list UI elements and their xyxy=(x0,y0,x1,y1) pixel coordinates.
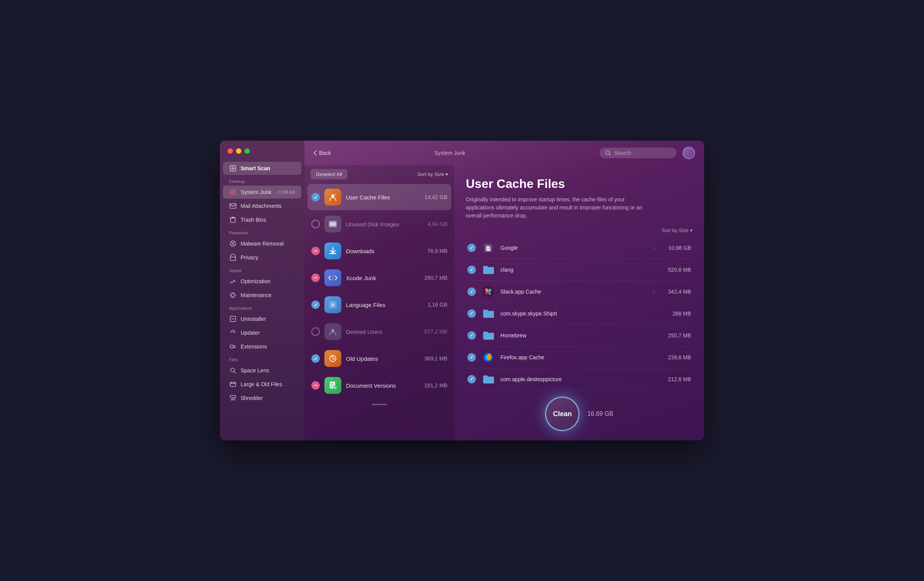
deselect-all-button[interactable]: Deselect All xyxy=(311,169,347,179)
disk-icon xyxy=(324,216,341,232)
optimization-label: Optimization xyxy=(241,278,271,284)
detail-item-size: 268 MB xyxy=(660,310,691,317)
minimize-button[interactable] xyxy=(236,148,241,154)
sidebar-item-maintenance[interactable]: Maintenance xyxy=(223,289,301,302)
detail-item-name: com.skype.skype.ShipIt xyxy=(500,310,655,317)
detail-item[interactable]: ✓ 📄 Google › 10,98 GB xyxy=(466,237,693,259)
detail-check-icon: ✓ xyxy=(467,287,476,296)
detail-item-size: 239,6 MB xyxy=(660,354,691,360)
list-item[interactable]: − Document Versions 181,2 MB xyxy=(307,372,451,398)
list-item-name: Deleted Users xyxy=(346,329,420,335)
smart-scan-label: Smart Scan xyxy=(241,165,270,171)
total-size: 16,69 GB xyxy=(587,410,613,417)
close-button[interactable] xyxy=(228,148,233,154)
detail-sort-button[interactable]: Sort by Size ▾ xyxy=(466,227,693,233)
list-items-container: ✓ User Cache Files 14,42 GB xyxy=(304,184,454,440)
clean-button[interactable]: Clean xyxy=(545,397,580,431)
updater-label: Updater xyxy=(241,330,260,336)
detail-item[interactable]: ✓ clang 520,8 MB xyxy=(466,259,693,281)
large-files-icon xyxy=(229,380,237,388)
detail-item-size: 10,98 GB xyxy=(660,245,691,251)
shredder-icon xyxy=(229,394,237,402)
updates-icon xyxy=(324,350,341,367)
optimization-icon xyxy=(229,277,237,285)
bottom-bar: Clean 16,69 GB xyxy=(466,390,693,440)
list-sort-button[interactable]: Sort by Size ▾ xyxy=(417,171,448,177)
updater-icon xyxy=(229,329,237,337)
list-item-name: Unused Disk Images xyxy=(346,221,423,227)
detail-item[interactable]: ✓ Firefox.app Cache 239,6 MB xyxy=(466,347,693,369)
privacy-icon xyxy=(229,254,237,261)
sidebar-item-uninstaller[interactable]: Uninstaller xyxy=(223,312,301,325)
svg-rect-2 xyxy=(230,204,236,208)
detail-check-icon: ✓ xyxy=(467,353,476,362)
list-item[interactable]: Unused Disk Images 4,84 GB xyxy=(307,211,451,237)
sidebar-item-optimization[interactable]: Optimization xyxy=(223,275,301,288)
list-item-size: 369,1 MB xyxy=(424,355,447,362)
maintenance-label: Maintenance xyxy=(241,292,271,298)
sidebar-item-malware-removal[interactable]: Malware Removal xyxy=(223,237,301,250)
list-item[interactable]: − Downloads 76,9 MB xyxy=(307,238,451,264)
detail-item-name: Google xyxy=(500,245,648,251)
detail-check-icon: ✓ xyxy=(467,375,476,383)
list-item[interactable]: ✓ Old Updates 369,1 MB xyxy=(307,345,451,372)
scroll-indicator xyxy=(307,399,451,410)
sidebar-item-space-lens[interactable]: Space Lens xyxy=(223,364,301,377)
smart-scan-icon xyxy=(229,164,237,172)
speed-section-label: Speed xyxy=(220,264,304,274)
trash-bins-label: Trash Bins xyxy=(241,217,266,223)
detail-description: Originally intended to improve startup t… xyxy=(466,196,650,220)
detail-check-icon: ✓ xyxy=(467,266,476,274)
cleanup-section-label: Cleanup xyxy=(220,175,304,185)
main-content: Back System Junk Deselect All Sort by Si… xyxy=(304,141,704,440)
detail-item[interactable]: ✓ Homebrew 250,7 MB xyxy=(466,325,693,347)
content-area: Deselect All Sort by Size ▾ ✓ xyxy=(304,165,704,440)
sidebar-item-trash-bins[interactable]: Trash Bins xyxy=(223,213,301,226)
list-item-name: Downloads xyxy=(346,248,423,254)
svg-rect-5 xyxy=(230,257,236,261)
extensions-label: Extensions xyxy=(241,344,267,350)
search-box[interactable] xyxy=(600,148,676,158)
sidebar-item-smart-scan[interactable]: Smart Scan xyxy=(223,162,301,175)
chevron-right-icon: › xyxy=(653,245,655,251)
mail-attachments-label: Mail Attachments xyxy=(241,203,282,209)
list-item[interactable]: − Xcode Junk 290,7 MB xyxy=(307,265,451,291)
downloads-icon xyxy=(324,242,341,259)
topbar-title: System Junk xyxy=(306,150,593,156)
sidebar-item-privacy[interactable]: Privacy xyxy=(223,251,301,264)
system-junk-label: System Junk xyxy=(241,189,271,195)
sidebar-item-updater[interactable]: Updater xyxy=(223,326,301,339)
sidebar-item-shredder[interactable]: Shredder xyxy=(223,392,301,405)
list-item-size: 14,42 GB xyxy=(425,194,447,200)
list-item[interactable]: ✓ User Cache Files 14,42 GB xyxy=(307,184,451,210)
list-item-name: Old Updates xyxy=(346,355,420,362)
search-input[interactable] xyxy=(614,150,668,156)
maximize-button[interactable] xyxy=(244,148,250,154)
list-item-size: 577,2 MB xyxy=(424,329,447,335)
detail-item[interactable]: ✓ Slack.app Cache › xyxy=(466,281,693,303)
deleted-users-icon xyxy=(324,323,341,340)
detail-item-name: Homebrew xyxy=(500,332,655,339)
list-item-name: Language Files xyxy=(346,302,423,308)
detail-item-size: 250,7 MB xyxy=(660,332,691,339)
detail-panel: User Cache Files Originally intended to … xyxy=(454,165,704,440)
sidebar: Smart Scan Cleanup System Junk 27,09 GB … xyxy=(220,141,304,440)
folder-clang-icon xyxy=(481,263,495,277)
sidebar-item-large-old-files[interactable]: Large & Old Files xyxy=(223,378,301,391)
folder-apple-icon xyxy=(481,372,495,386)
detail-item[interactable]: ✓ com.apple.desktoppicture 212,8 MB xyxy=(466,369,693,390)
system-junk-icon xyxy=(229,188,237,196)
sidebar-item-mail-attachments[interactable]: Mail Attachments xyxy=(223,199,301,212)
sidebar-item-extensions[interactable]: Extensions xyxy=(223,340,301,353)
svg-point-12 xyxy=(331,194,334,198)
topbar: Back System Junk xyxy=(304,141,704,165)
sidebar-item-system-junk[interactable]: System Junk 27,09 GB xyxy=(223,186,301,199)
traffic-lights xyxy=(220,148,304,161)
detail-item[interactable]: ✓ com.skype.skype.ShipIt 268 MB xyxy=(466,303,693,325)
avatar[interactable] xyxy=(683,147,695,159)
extensions-icon xyxy=(229,343,237,350)
list-item[interactable]: Deleted Users 577,2 MB xyxy=(307,319,451,345)
chevron-right-icon: › xyxy=(653,289,655,295)
uninstaller-label: Uninstaller xyxy=(241,316,266,322)
list-item[interactable]: ✓ A Language Files 1,16 GB xyxy=(307,292,451,318)
